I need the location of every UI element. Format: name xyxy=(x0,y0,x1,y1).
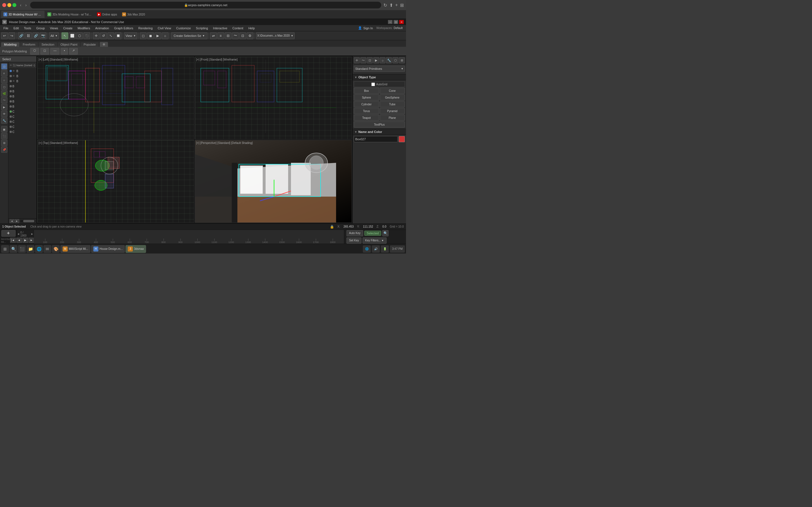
taskbar-app-maxscript[interactable]: M MAXScript Mi... xyxy=(60,245,91,253)
extra-btn[interactable]: ⚙ xyxy=(247,33,253,39)
curve-btn[interactable]: 〜 xyxy=(232,33,239,39)
timeline-ruler[interactable]: 100 200 300 400 xyxy=(34,230,344,244)
workspace-value[interactable]: Default xyxy=(394,26,403,30)
scene-item-5[interactable]: B xyxy=(8,89,36,94)
ribbon-btn-4[interactable]: • xyxy=(61,48,68,55)
menu-rendering[interactable]: Rendering xyxy=(136,26,155,31)
light-explorer-btn[interactable]: ☼ xyxy=(1,77,7,83)
color-swatch[interactable] xyxy=(399,136,405,142)
menu-content[interactable]: Content xyxy=(230,26,246,31)
ribbon-tab-selection[interactable]: Selection xyxy=(39,42,57,47)
menu-interactive[interactable]: Interactive xyxy=(211,26,230,31)
key-filters-btn[interactable]: Key Filters... ▼ xyxy=(363,237,387,244)
ribbon-btn-3[interactable]: — xyxy=(50,48,59,55)
snap-btn[interactable]: 🔲 xyxy=(115,33,121,39)
rp-tab-display[interactable]: ☼ xyxy=(380,57,386,63)
redo-btn[interactable]: ↪ xyxy=(8,33,15,39)
refresh-btn[interactable]: ↻ xyxy=(384,3,387,8)
paint-btn[interactable]: 🎨 xyxy=(52,245,60,253)
viewport-front[interactable]: [+] [Front] [Standard] [Wireframe] xyxy=(195,57,352,139)
viewport-shade-btn[interactable]: ◻ xyxy=(140,33,147,39)
select-filter-btn[interactable]: ⬛ xyxy=(1,133,7,139)
scene-item-1[interactable]: 👁 B xyxy=(8,68,36,73)
time-display[interactable]: 3:47 PM xyxy=(390,245,405,252)
sound-btn[interactable]: 🔊 xyxy=(372,245,380,252)
render-btn[interactable]: ▶ xyxy=(154,33,161,39)
tab-3d-modeling[interactable]: 3 3D Modeling House W/ Tutorial xyxy=(1,11,45,18)
taskview-btn[interactable]: ⬛ xyxy=(18,245,26,253)
next-frame-btn[interactable]: ► xyxy=(29,238,35,243)
add-key-btn[interactable]: + xyxy=(1,230,15,237)
auto-key-btn[interactable]: Auto Key xyxy=(347,230,363,236)
ot-plane-btn[interactable]: Plane xyxy=(380,115,405,121)
rp-tab-modify[interactable]: 〜 xyxy=(360,57,366,63)
select-obj-btn[interactable]: ▣ xyxy=(1,126,7,132)
ribbon-btn-1[interactable]: ⬡ xyxy=(30,48,39,55)
camera-btn[interactable]: 📷 xyxy=(40,33,47,39)
window-controls[interactable] xyxy=(2,3,16,7)
utilities-btn[interactable]: 🔧 xyxy=(1,117,7,124)
more-btn[interactable]: ⊞ xyxy=(400,3,404,8)
object-explorer-btn[interactable]: ◻ xyxy=(1,83,7,90)
minimize-window-btn[interactable] xyxy=(7,3,11,7)
viewport-left[interactable]: [+] [Left] [Standard] [Wireframe] xyxy=(37,57,194,139)
email-btn[interactable]: ✉ xyxy=(43,245,51,253)
scene-item-7[interactable]: B xyxy=(8,99,36,104)
rp-tab-hierarchy[interactable]: ⊡ xyxy=(367,57,373,63)
rp-tab-extra2[interactable]: ⊞ xyxy=(399,57,405,63)
rp-tab-extra1[interactable]: ⬡ xyxy=(393,57,398,63)
menu-civil-view[interactable]: Civil View xyxy=(155,26,173,31)
filter-icon[interactable]: ⊞ xyxy=(1,140,7,146)
ribbon-tab-populate[interactable]: Populate xyxy=(81,42,98,47)
scene-item-4[interactable]: B xyxy=(8,83,36,89)
scene-item-12[interactable]: C xyxy=(8,124,36,129)
scene-item-9[interactable]: C xyxy=(8,109,36,114)
standard-primitives-dropdown[interactable]: Standard Primitives ▼ xyxy=(354,66,405,72)
scene-item-13[interactable]: C xyxy=(8,129,36,134)
play-btn[interactable]: ▶ xyxy=(22,238,28,243)
close-window-btn[interactable] xyxy=(2,3,6,7)
scene-item-2[interactable]: 👁 B xyxy=(8,73,36,78)
hierarchy-btn[interactable]: 🌿 xyxy=(1,91,7,97)
move-btn[interactable]: ✛ xyxy=(93,33,100,39)
create-selection-btn[interactable]: Create Selection Se ▼ xyxy=(171,33,207,39)
scene-item-10[interactable]: C xyxy=(8,114,36,119)
rotate-btn[interactable]: ↺ xyxy=(100,33,107,39)
menu-tools[interactable]: Tools xyxy=(22,26,34,31)
taskbar-app-house[interactable]: H House Design.m... xyxy=(91,245,125,253)
restore-app-btn[interactable]: ⊡ xyxy=(394,20,398,24)
browser-taskbar-btn[interactable]: 🌐 xyxy=(35,245,43,253)
spread-btn[interactable]: ⊡ xyxy=(239,33,246,39)
scene-explorer-btn[interactable]: ⊡ xyxy=(1,63,7,69)
rp-tab-motion[interactable]: ▶ xyxy=(373,57,379,63)
ot-box-btn[interactable]: Box xyxy=(354,88,379,94)
workspace-dropdown[interactable]: X:\Documen...s Max 2020 ▼ xyxy=(256,33,295,39)
ribbon-tab-object-paint[interactable]: Object Paint xyxy=(58,42,80,47)
minimize-app-btn[interactable]: ─ xyxy=(388,20,393,24)
ot-tube-btn[interactable]: Tube xyxy=(380,101,405,107)
close-app-btn[interactable]: ✕ xyxy=(399,20,404,24)
menu-animation[interactable]: Animation xyxy=(93,26,111,31)
scene-list[interactable]: 👁 B 👁 B 👁 B xyxy=(8,68,36,218)
autogrid-checkbox[interactable] xyxy=(371,82,375,86)
mirror-btn[interactable]: ⇌ xyxy=(210,33,217,39)
menu-edit[interactable]: Edit xyxy=(11,26,21,31)
rp-tab-utilities[interactable]: 🔧 xyxy=(386,57,392,63)
goto-start-btn[interactable]: |◄ xyxy=(10,238,16,243)
menu-customize[interactable]: Customize xyxy=(174,26,193,31)
start-btn[interactable]: ⊞ xyxy=(1,245,9,253)
display-btn[interactable]: 👁 xyxy=(1,111,7,117)
select-paint-btn[interactable]: ⚫ xyxy=(84,33,90,39)
scroll-left-btn[interactable]: ◄ xyxy=(10,219,14,223)
scene-item-6[interactable]: B xyxy=(8,94,36,99)
frame-left-btn[interactable]: ◄ xyxy=(17,232,20,235)
menu-views[interactable]: Views xyxy=(48,26,60,31)
scene-item-8[interactable]: B xyxy=(8,104,36,109)
unlink-btn[interactable]: ⛓ xyxy=(25,33,32,39)
menu-create[interactable]: Create xyxy=(61,26,75,31)
prev-frame-btn[interactable]: ◄ xyxy=(16,238,22,243)
menu-scripting[interactable]: Scripting xyxy=(194,26,210,31)
share-btn[interactable]: ⬆ xyxy=(389,3,393,8)
ot-geosphere-btn[interactable]: GeoSphere xyxy=(380,94,405,101)
cortana-btn[interactable]: 🔍 xyxy=(10,245,17,253)
